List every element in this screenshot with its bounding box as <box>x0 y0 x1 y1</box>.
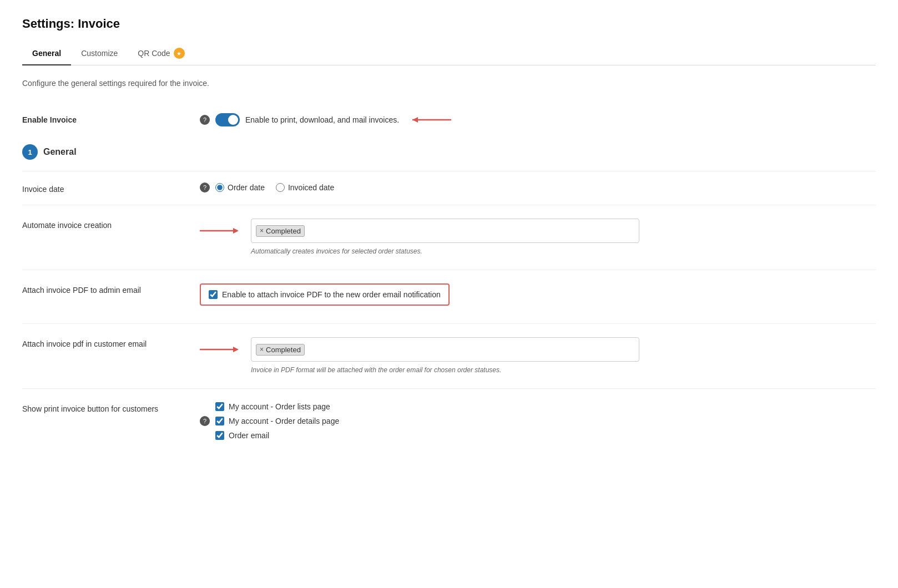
show-print-button-label: Show print invoice button for customers <box>22 402 200 413</box>
attach-pdf-customer-row: Attach invoice pdf in customer email × C… <box>22 326 876 383</box>
section-number: 1 <box>22 144 38 160</box>
page-title: Settings: Invoice <box>22 17 876 31</box>
general-section-header: 1 General <box>22 135 876 169</box>
enable-invoice-label: Enable Invoice <box>22 113 200 124</box>
attach-pdf-admin-control: Enable to attach invoice PDF to the new … <box>200 283 876 306</box>
attach-pdf-customer-hint: Invoice in PDF format will be attached w… <box>251 366 639 374</box>
enable-invoice-hint: Enable to print, download, and mail invo… <box>245 115 399 124</box>
invoice-date-row: Invoice date ? Order date Invoiced date <box>22 174 876 202</box>
remove-completed-tag-automate[interactable]: × <box>260 227 264 235</box>
attach-pdf-admin-checkbox[interactable] <box>209 290 218 299</box>
checkbox-order-lists-input[interactable] <box>215 402 224 411</box>
general-section-title: General <box>43 147 77 157</box>
attach-pdf-customer-control: × Completed Invoice in PDF format will b… <box>200 337 876 374</box>
attach-pdf-admin-label: Attach invoice PDF to admin email <box>22 283 200 295</box>
order-date-label: Order date <box>228 183 265 192</box>
invoice-date-radio-group: Order date Invoiced date <box>215 183 334 192</box>
arrow-enable-invoice <box>407 114 451 125</box>
svg-marker-6 <box>233 347 239 352</box>
svg-marker-4 <box>233 228 239 234</box>
checkbox-order-details-input[interactable] <box>215 417 224 425</box>
order-date-option[interactable]: Order date <box>215 183 265 192</box>
invoiced-date-option[interactable]: Invoiced date <box>276 183 334 192</box>
checkbox-order-email[interactable]: Order email <box>215 431 339 440</box>
enable-invoice-help-icon[interactable]: ? <box>200 115 210 125</box>
enable-invoice-row: Enable Invoice ? Enable to print, downlo… <box>22 104 876 135</box>
checkbox-order-details-page[interactable]: My account - Order details page <box>215 417 339 425</box>
automate-invoice-row: Automate invoice creation × Completed <box>22 207 876 264</box>
automate-invoice-tag-field[interactable]: × Completed <box>251 219 639 243</box>
show-print-button-checkboxes: My account - Order lists page My account… <box>215 402 339 440</box>
tab-customize[interactable]: Customize <box>71 42 128 65</box>
page-description: Configure the general settings required … <box>22 79 876 88</box>
attach-pdf-admin-checkbox-container: Enable to attach invoice PDF to the new … <box>200 283 450 306</box>
arrow-attach-pdf-customer <box>200 344 244 355</box>
completed-tag-customer: × Completed <box>256 344 305 356</box>
tab-qr-code[interactable]: QR Code ★ <box>128 42 194 65</box>
tabs-nav: General Customize QR Code ★ <box>22 42 876 65</box>
automate-invoice-label: Automate invoice creation <box>22 219 200 230</box>
attach-pdf-customer-label: Attach invoice pdf in customer email <box>22 337 200 348</box>
tab-general[interactable]: General <box>22 42 71 65</box>
enable-invoice-control: ? Enable to print, download, and mail in… <box>200 113 876 126</box>
attach-pdf-admin-row: Attach invoice PDF to admin email Enable… <box>22 272 876 315</box>
show-print-button-control: ? My account - Order lists page My accou… <box>200 402 876 440</box>
attach-pdf-admin-checkbox-label[interactable]: Enable to attach invoice PDF to the new … <box>209 290 441 299</box>
svg-marker-1 <box>412 117 418 123</box>
invoice-date-label: Invoice date <box>22 183 200 194</box>
remove-completed-tag-customer[interactable]: × <box>260 346 264 353</box>
automate-invoice-control: × Completed Automatically creates invoic… <box>200 219 876 255</box>
enable-invoice-toggle[interactable] <box>215 113 240 126</box>
invoice-date-control: ? Order date Invoiced date <box>200 183 876 192</box>
automate-invoice-hint: Automatically creates invoices for selec… <box>251 247 639 255</box>
completed-tag-automate: × Completed <box>256 225 305 237</box>
show-print-button-help-icon[interactable]: ? <box>200 416 210 426</box>
invoiced-date-label: Invoiced date <box>288 183 334 192</box>
invoice-date-help-icon[interactable]: ? <box>200 183 210 192</box>
settings-section: Enable Invoice ? Enable to print, downlo… <box>22 104 876 449</box>
attach-pdf-admin-checkbox-text: Enable to attach invoice PDF to the new … <box>222 290 441 299</box>
attach-pdf-customer-tag-field[interactable]: × Completed <box>251 337 639 362</box>
checkbox-order-email-input[interactable] <box>215 431 224 440</box>
crown-icon: ★ <box>174 48 185 59</box>
arrow-automate-invoice <box>200 225 244 236</box>
checkbox-order-lists-page[interactable]: My account - Order lists page <box>215 402 339 411</box>
show-print-button-row: Show print invoice button for customers … <box>22 391 876 449</box>
